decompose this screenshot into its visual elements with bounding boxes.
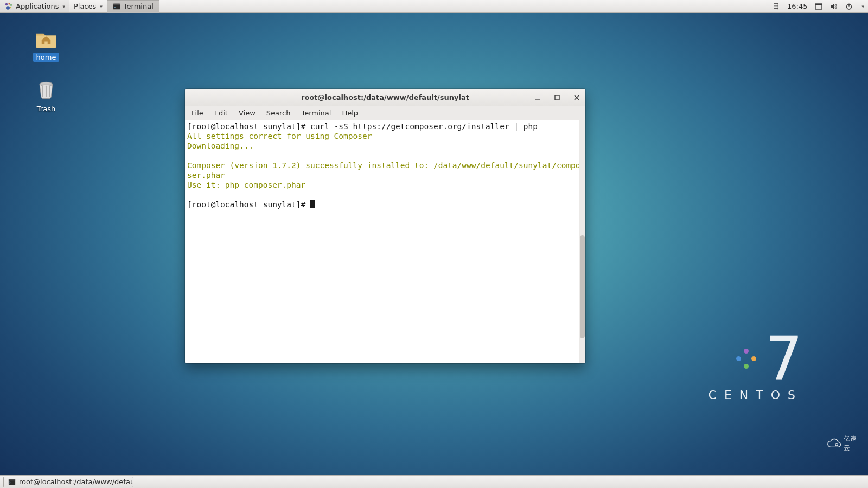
terminal-content[interactable]: [root@localhost sunylat]# curl -sS https… (185, 120, 585, 363)
desktop-icon-trash[interactable]: Trash (22, 78, 71, 113)
gnome-foot-icon (4, 2, 13, 11)
close-button[interactable] (571, 92, 582, 103)
centos-watermark: 7 CENTOS (709, 335, 803, 402)
clock[interactable]: 16:45 (783, 0, 811, 12)
svg-rect-8 (815, 4, 822, 5)
window-list-indicator[interactable] (811, 0, 826, 12)
caret-down-icon: ▾ (861, 4, 864, 9)
taskbar-entry-label: root@localhost:/data/www/defau... (19, 478, 133, 486)
volume-icon (830, 3, 838, 10)
svg-point-4 (6, 6, 10, 10)
term-output-settings: All settings correct for using Composer (187, 132, 372, 140)
centos-name: CENTOS (709, 388, 803, 402)
menu-file[interactable]: File (185, 106, 209, 120)
folder-home-icon (34, 27, 58, 50)
power-icon (845, 3, 853, 10)
window-icon (815, 3, 822, 10)
svg-rect-17 (9, 479, 15, 480)
menu-view[interactable]: View (233, 106, 261, 120)
term-output-installed: Composer (version 1.7.2) successfully in… (187, 161, 580, 179)
power-menu-caret[interactable]: ▾ (857, 0, 868, 12)
power-indicator[interactable] (841, 0, 857, 12)
provider-watermark: 亿速云 (827, 434, 861, 453)
svg-point-0 (5, 3, 8, 5)
maximize-button[interactable] (552, 92, 563, 103)
desktop-icon-home[interactable]: home (22, 27, 71, 62)
svg-rect-10 (849, 3, 850, 6)
places-menu[interactable]: Places ▾ (69, 0, 107, 12)
close-icon (574, 95, 579, 100)
term-prompt-1: [root@localhost sunylat]# (187, 122, 310, 131)
system-tray: 日 16:45 ▾ (769, 0, 868, 12)
bottom-panel: root@localhost:/data/www/defau... (0, 475, 868, 488)
minimize-icon (535, 95, 540, 100)
svg-rect-6 (113, 3, 120, 5)
centos-logo-icon (736, 348, 757, 370)
provider-watermark-text: 亿速云 (844, 434, 861, 453)
places-label: Places (74, 2, 96, 10)
top-panel: Applications ▾ Places ▾ Terminal 日 16:45… (0, 0, 868, 13)
svg-point-2 (10, 4, 12, 6)
terminal-scrollbar-track[interactable] (579, 120, 585, 363)
terminal-window: root@localhost:/data/www/default/sunylat… (185, 89, 585, 363)
desktop-icon-trash-label: Trash (34, 104, 59, 113)
top-task-terminal[interactable]: Terminal (107, 0, 159, 13)
menu-help[interactable]: Help (336, 106, 363, 120)
menubar: File Edit View Search Terminal Help (185, 106, 585, 120)
term-output-downloading: Downloading... (187, 142, 253, 150)
applications-menu[interactable]: Applications ▾ (0, 0, 69, 12)
terminal-icon (113, 3, 120, 10)
svg-point-13 (835, 444, 838, 446)
svg-point-3 (10, 7, 11, 8)
terminal-cursor (310, 200, 315, 208)
centos-seven: 7 (765, 335, 803, 383)
caret-down-icon: ▾ (100, 4, 103, 9)
term-output-useit: Use it: php composer.phar (187, 181, 305, 189)
titlebar[interactable]: root@localhost:/data/www/default/sunylat (185, 89, 585, 106)
menu-search[interactable]: Search (261, 106, 296, 120)
menu-terminal[interactable]: Terminal (296, 106, 336, 120)
minimize-button[interactable] (532, 92, 543, 103)
svg-point-1 (8, 3, 10, 4)
term-prompt-2: [root@localhost sunylat]# (187, 200, 310, 209)
calendar-indicator[interactable]: 日 (769, 0, 783, 12)
applications-label: Applications (16, 2, 59, 10)
volume-indicator[interactable] (826, 0, 841, 12)
svg-rect-14 (535, 99, 540, 100)
trash-icon (34, 78, 58, 102)
cloud-icon (827, 438, 841, 450)
top-task-label: Terminal (124, 2, 154, 10)
caret-down-icon: ▾ (62, 4, 65, 9)
menu-edit[interactable]: Edit (209, 106, 233, 120)
desktop-icon-home-label: home (33, 53, 60, 62)
terminal-icon (8, 478, 16, 486)
terminal-scrollbar-thumb[interactable] (580, 235, 585, 338)
maximize-icon (554, 95, 560, 100)
desktop[interactable]: home Trash 7 CENTOS 亿速云 (0, 13, 868, 475)
taskbar-entry-terminal[interactable]: root@localhost:/data/www/defau... (3, 477, 133, 487)
calendar-icon-glyph: 日 (773, 2, 780, 11)
svg-rect-15 (555, 95, 559, 100)
term-command-1: curl -sS https://getcomposer.org/install… (310, 122, 538, 131)
window-title: root@localhost:/data/www/default/sunylat (301, 93, 469, 101)
